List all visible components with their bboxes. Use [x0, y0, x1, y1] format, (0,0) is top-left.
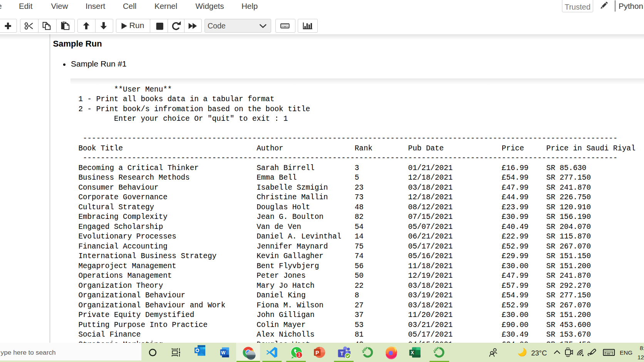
svg-text:W: W — [221, 350, 226, 355]
svg-text:T: T — [340, 350, 344, 357]
svg-text:1: 1 — [298, 352, 300, 358]
svg-text:X: X — [411, 350, 414, 355]
svg-text:P: P — [315, 350, 319, 356]
